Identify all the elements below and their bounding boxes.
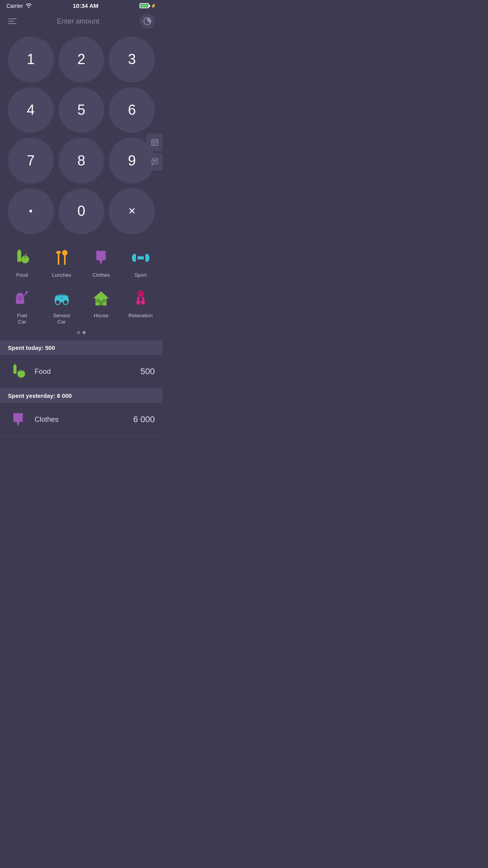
svg-rect-40 (13, 365, 17, 374)
svg-rect-6 (154, 143, 155, 143)
dot-1 (77, 331, 80, 334)
amount-input-label[interactable]: Enter amount (57, 17, 99, 26)
svg-rect-22 (132, 256, 134, 260)
category-service-car[interactable]: Service Car (44, 284, 80, 327)
transaction-food-icon (8, 361, 28, 382)
category-grid-row2: Fuel Car Service Car (4, 284, 159, 327)
num-4-button[interactable]: 4 (8, 87, 54, 133)
status-bar: Carrier 10:34 AM ⚡ (0, 0, 163, 11)
category-sport[interactable]: Sport (123, 244, 159, 281)
svg-point-26 (55, 300, 60, 305)
svg-rect-23 (148, 256, 149, 260)
food-icon (10, 246, 34, 270)
svg-rect-19 (138, 256, 144, 259)
status-time: 10:34 AM (73, 2, 98, 9)
lunches-label: Lunches (52, 272, 71, 278)
food-label: Food (16, 272, 28, 278)
category-house[interactable]: House (83, 284, 119, 327)
transaction-food-name: Food (35, 368, 140, 376)
num-2-button[interactable]: 2 (59, 37, 105, 83)
svg-rect-29 (99, 301, 103, 305)
wifi-icon (26, 3, 32, 9)
svg-rect-9 (154, 144, 155, 145)
charge-icon: ⚡ (150, 3, 156, 9)
clothes-icon (89, 246, 113, 270)
svg-point-37 (139, 292, 140, 293)
svg-rect-12 (17, 251, 21, 262)
fuel-car-label: Fuel Car (17, 313, 27, 325)
transaction-clothes-amount: 6 000 (133, 414, 155, 425)
status-right: ⚡ (139, 3, 156, 9)
num-7-button[interactable]: 7 (8, 138, 54, 184)
message-icon (151, 158, 159, 166)
categories-section: Food Lunches Cl (0, 237, 163, 341)
num-5-button[interactable]: 5 (59, 87, 105, 133)
service-car-label: Service Car (53, 313, 70, 325)
svg-rect-30 (96, 299, 99, 302)
sport-icon (129, 246, 152, 270)
num-8-button[interactable]: 8 (59, 138, 105, 184)
svg-point-18 (62, 250, 68, 256)
transaction-clothes-icon (8, 409, 28, 430)
message-button[interactable] (146, 153, 163, 171)
category-grid-row1: Food Lunches Cl (4, 244, 159, 281)
svg-point-38 (140, 292, 141, 293)
num-1-button[interactable]: 1 (8, 37, 54, 83)
service-car-icon (50, 287, 73, 310)
relaxation-icon (129, 287, 152, 310)
svg-point-32 (136, 300, 140, 305)
carrier-label: Carrier (6, 3, 23, 9)
num-3-button[interactable]: 3 (109, 37, 155, 83)
house-label: House (94, 313, 108, 319)
transaction-food[interactable]: Food 500 (0, 355, 163, 388)
svg-rect-8 (153, 144, 154, 145)
menu-button[interactable] (8, 18, 17, 24)
pie-chart-button[interactable] (140, 14, 155, 29)
page-dots (4, 331, 159, 334)
category-clothes[interactable]: Clothes (83, 244, 119, 281)
pie-chart-icon (143, 17, 152, 26)
svg-point-16 (56, 251, 61, 254)
num-dot-button[interactable]: · (8, 188, 54, 234)
svg-rect-7 (156, 143, 157, 143)
relaxation-label: Relaxation (128, 313, 152, 319)
lunches-icon (50, 246, 73, 270)
svg-rect-5 (153, 143, 154, 143)
spent-today-header: Spent today: 500 (0, 340, 163, 355)
dot-2 (83, 331, 86, 334)
svg-point-34 (141, 300, 145, 305)
battery-icon (139, 3, 149, 8)
transaction-clothes-name: Clothes (35, 416, 133, 424)
side-buttons (146, 134, 163, 171)
num-6-button[interactable]: 6 (109, 87, 155, 133)
num-delete-button[interactable]: ✕ (109, 188, 155, 234)
spent-today-amount: 500 (45, 344, 55, 351)
transaction-clothes[interactable]: Clothes 6 000 (0, 403, 163, 436)
category-relaxation[interactable]: Relaxation (123, 284, 159, 327)
category-food[interactable]: Food (4, 244, 40, 281)
spent-yesterday-amount: 6 000 (57, 392, 72, 399)
status-left: Carrier (6, 3, 32, 9)
spent-today-label: Spent today: (8, 344, 44, 351)
fuel-car-icon (10, 287, 34, 310)
svg-point-25 (26, 291, 28, 293)
num-0-button[interactable]: 0 (59, 188, 105, 234)
svg-rect-41 (14, 364, 16, 366)
svg-point-27 (63, 300, 68, 305)
svg-point-39 (139, 293, 141, 294)
svg-point-35 (142, 297, 144, 300)
clothes-label: Clothes (92, 272, 110, 278)
calendar-button[interactable] (146, 134, 163, 151)
svg-rect-31 (103, 299, 106, 302)
header: Enter amount (0, 11, 163, 33)
category-lunches[interactable]: Lunches (44, 244, 80, 281)
svg-point-33 (137, 297, 139, 300)
svg-line-24 (24, 293, 27, 295)
svg-rect-13 (18, 250, 20, 252)
category-fuel-car[interactable]: Fuel Car (4, 284, 40, 327)
house-icon (89, 287, 113, 310)
transaction-food-amount: 500 (140, 366, 155, 377)
spent-yesterday-header: Spent yesterday: 6 000 (0, 388, 163, 403)
calendar-icon (151, 138, 159, 146)
spent-yesterday-label: Spent yesterday: (8, 392, 55, 399)
